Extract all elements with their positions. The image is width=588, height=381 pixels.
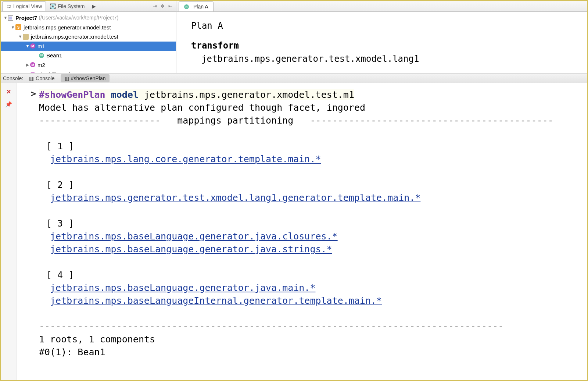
roots-summary: 1 roots, 1 components <box>39 333 584 346</box>
generator-link[interactable]: jetbrains.mps.baseLanguage.generator.jav… <box>50 244 332 254</box>
console-output[interactable]: #showGenPlan model jetbrains.mps.generat… <box>39 83 587 380</box>
editor-content[interactable]: Plan A transform jetbrains.mps.generator… <box>176 12 587 73</box>
model-icon: M <box>30 72 35 73</box>
generator-link[interactable]: jetbrains.mps.baseLanguageInternal.gener… <box>50 295 382 306</box>
step-header: [ 2 ] <box>39 178 584 191</box>
generator-link[interactable]: jetbrains.mps.generator.test.xmodel.lang… <box>50 192 420 203</box>
console-header-label: Console: <box>3 75 23 81</box>
step-header: [ 1 ] <box>39 140 584 153</box>
chevron-right-icon[interactable]: ▶ <box>25 61 30 68</box>
tree-model-m2[interactable]: ▶ M m2 <box>1 60 176 70</box>
project-panel: 🗂 Logical View 💽 File System ▶ ⇥ ✻ ⇤ ▼ P… <box>1 1 176 73</box>
generator-link[interactable]: jetbrains.mps.baseLanguage.generator.jav… <box>50 231 338 242</box>
console-tab-label: #showGenPlan <box>71 75 106 81</box>
tab-more[interactable]: ▶ <box>88 2 100 11</box>
disk-icon: 💽 <box>50 3 56 9</box>
tree-icon: 🗂 <box>6 3 11 9</box>
tab-label: File System <box>58 3 85 9</box>
project-icon <box>8 15 13 21</box>
model-icon: M <box>30 43 35 49</box>
editor-tabs: N Plan A <box>176 1 587 12</box>
model-label: m2 <box>37 60 45 70</box>
prompt-symbol: > <box>31 88 36 99</box>
editor-panel: N Plan A Plan A transform jetbrains.mps.… <box>176 1 587 73</box>
hide-icon[interactable]: ⇤ <box>168 3 172 9</box>
console-body: ✕ 📌 > #showGenPlan model jetbrains.mps.g… <box>1 83 587 380</box>
tree-solution[interactable]: ▼ S jetbrains.mps.generator.xmodel.test <box>1 23 176 32</box>
project-tree[interactable]: ▼ Project7 (/Users/vaclav/work/temp/Proj… <box>1 12 176 73</box>
solution-label: jetbrains.mps.generator.xmodel.test <box>24 23 111 32</box>
model-label: m1 <box>37 42 45 51</box>
gear-icon[interactable]: ✻ <box>161 3 165 9</box>
node-icon: N <box>39 53 44 58</box>
console-gutter: ✕ 📌 <box>1 83 17 380</box>
command-name: #showGenPlan <box>39 89 105 100</box>
footer-divider: ----------------------------------------… <box>39 320 584 333</box>
transform-keyword: transform <box>191 39 573 52</box>
command-keyword: model <box>111 89 139 100</box>
command-arg: jetbrains.mps.generator.xmodel.test.m1 <box>144 89 354 100</box>
console-panel: Console: ▥ Console ▥ #showGenPlan ✕ 📌 > … <box>1 74 587 380</box>
top-section: 🗂 Logical View 💽 File System ▶ ⇥ ✻ ⇤ ▼ P… <box>1 1 587 74</box>
generator-link[interactable]: jetbrains.mps.baseLanguage.generator.jav… <box>50 282 315 293</box>
tree-project[interactable]: ▼ Project7 (/Users/vaclav/work/temp/Proj… <box>1 13 176 23</box>
model-icon: M <box>30 62 35 67</box>
tree-model-m1[interactable]: ▼ M m1 <box>1 42 176 51</box>
chevron-down-icon[interactable]: ▼ <box>3 14 8 21</box>
tab-logical-view[interactable]: 🗂 Logical View <box>2 1 46 11</box>
console-prompt-margin: > <box>17 83 39 380</box>
tree-folder[interactable]: ▼ jetbrains.mps.generator.xmodel.test <box>1 32 176 42</box>
chevron-down-icon[interactable]: ▼ <box>18 33 23 40</box>
view-tabs: 🗂 Logical View 💽 File System ▶ ⇥ ✻ ⇤ <box>1 1 176 12</box>
console-warning: Model has alternative plan configured th… <box>39 101 584 114</box>
editor-tab-plan-a[interactable]: N Plan A <box>179 1 214 11</box>
chevron-down-icon[interactable]: ▼ <box>10 24 15 31</box>
close-icon[interactable]: ✕ <box>6 88 11 95</box>
editor-tab-label: Plan A <box>193 4 208 10</box>
project-name: Project7 <box>15 13 37 23</box>
tab-label: Logical View <box>13 3 42 9</box>
chevron-right-icon[interactable]: ▶ <box>25 71 30 73</box>
model-label: plan1@genplan <box>37 70 76 73</box>
solution-icon: S <box>15 24 21 30</box>
plan-title: Plan A <box>191 19 573 32</box>
collapse-icon[interactable]: ⇥ <box>153 3 157 9</box>
step-header: [ 3 ] <box>39 217 584 230</box>
tree-node-bean1[interactable]: N Bean1 <box>1 51 176 60</box>
component-line: #0(1): Bean1 <box>39 346 584 359</box>
console-tab-showgenplan[interactable]: ▥ #showGenPlan <box>61 74 110 82</box>
console-tab-label: Console <box>36 75 54 81</box>
section-divider: ---------------------- mappings partitio… <box>39 114 584 127</box>
console-tab-console[interactable]: ▥ Console <box>25 74 58 82</box>
generator-link[interactable]: jetbrains.mps.lang.core.generator.templa… <box>50 154 321 164</box>
tree-model-plan[interactable]: ▶ M plan1@genplan <box>1 70 176 73</box>
node-icon: N <box>184 4 189 9</box>
terminal-icon: ▥ <box>64 75 69 81</box>
folder-icon <box>23 34 29 40</box>
console-header: Console: ▥ Console ▥ #showGenPlan <box>1 74 587 83</box>
pin-icon[interactable]: 📌 <box>5 101 12 108</box>
project-path: (/Users/vaclav/work/temp/Project7) <box>39 14 118 22</box>
step-header: [ 4 ] <box>39 268 584 281</box>
terminal-icon: ▥ <box>29 75 34 81</box>
chevron-down-icon[interactable]: ▼ <box>25 43 30 50</box>
tab-file-system[interactable]: 💽 File System <box>46 2 88 11</box>
panel-toolbar: ⇥ ✻ ⇤ <box>153 3 175 9</box>
node-label: Bean1 <box>46 51 62 60</box>
transform-lang: jetbrains.mps.generator.test.xmodel.lang… <box>191 52 573 65</box>
folder-label: jetbrains.mps.generator.xmodel.test <box>31 32 118 42</box>
